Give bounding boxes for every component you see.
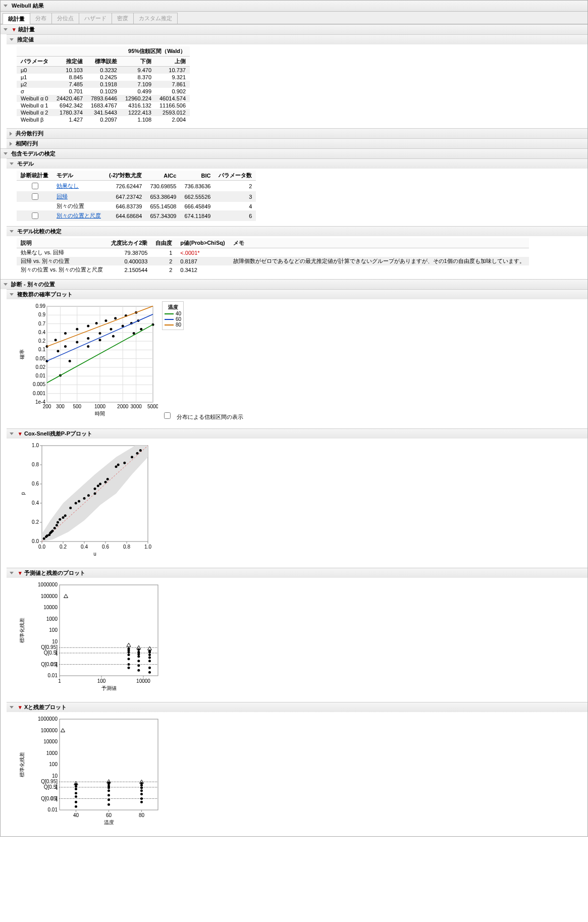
tab-density[interactable]: 密度 [112,13,134,24]
disclosure-icon[interactable] [10,142,12,146]
model-diag-checkbox[interactable] [32,183,38,189]
subsection-hdr-coxsnell[interactable]: ▾ Cox-Snell残差P-Pプロット [7,429,587,439]
disclosure-icon[interactable] [4,28,8,31]
probability-plot-chart[interactable]: 0.990.90.70.40.20.10.050.020.010.0050.00… [17,301,158,423]
subsection-hdr-xres[interactable]: ▾ Xと残差プロット [7,702,587,712]
subsection-hdr-models[interactable]: モデル [7,159,587,169]
section-hdr-statistics[interactable]: ▾ 統計量 [1,25,587,34]
disclosure-icon[interactable] [4,283,8,286]
svg-text:温度: 温度 [104,820,114,825]
svg-text:100000: 100000 [41,593,58,599]
table-row: 回帰647.23742653.38649662.555263 [17,191,256,202]
svg-text:100: 100 [49,762,58,767]
panel-header: Weibull 結果 [1,1,587,12]
svg-point-153 [127,663,130,666]
section-hdr-diagnostics[interactable]: 診断 - 別々の位置 [1,280,587,289]
svg-text:100000: 100000 [41,728,58,733]
legend-item[interactable]: 80 [165,322,181,328]
svg-text:0.4: 0.4 [81,544,88,550]
coxsnell-chart[interactable]: 0.00.00.20.20.40.40.60.60.80.81.01.0up [17,441,584,563]
col-pvalue: p値(Prob>ChiSq) [176,238,229,248]
model-diag-checkbox[interactable] [32,193,38,200]
legend-item[interactable]: 60 [165,316,181,322]
subsection-hdr-covariance[interactable]: 共分散行列 [7,129,587,138]
subsection-hdr-comparison[interactable]: モデル比較の検定 [7,227,587,236]
svg-point-54 [87,337,89,340]
table-row: 効果なし vs. 回帰79.387051<.0001* [17,248,529,257]
disclosure-icon[interactable] [10,38,14,41]
hotspot-icon[interactable]: ▾ [17,704,23,710]
model-diag-checkbox[interactable] [32,212,38,219]
model-link[interactable]: 別々の位置と尺度 [57,212,101,219]
legend-item[interactable]: 40 [165,311,181,316]
disclosure-icon[interactable] [10,706,14,709]
col-param: パラメータ [17,57,52,67]
svg-text:0.4: 0.4 [32,500,39,506]
predres-chart[interactable]: 10000001000001000010001001010.10.01Q[0.9… [17,580,584,697]
model-link[interactable]: 効果なし [57,183,79,189]
disclosure-icon[interactable] [10,572,14,574]
disclosure-icon[interactable] [10,132,12,136]
subsection-correlation: 相関行列 [7,138,587,148]
tab-distribution[interactable]: 分布 [30,13,52,24]
tab-hazard[interactable]: ハザード [79,13,112,24]
svg-text:p: p [20,492,26,495]
svg-text:10000: 10000 [43,739,58,744]
model-link[interactable]: 回帰 [57,193,68,199]
subsection-hdr-predres[interactable]: ▾ 予測値と残差のプロット [7,568,587,578]
svg-point-112 [75,502,77,505]
collapse-icon[interactable] [4,5,8,7]
disclosure-icon[interactable] [10,230,14,233]
tab-quantile[interactable]: 分位点 [51,13,79,24]
col-chisq: 尤度比カイ2乗 [107,238,151,248]
svg-point-159 [137,669,140,672]
svg-text:Q[0.05]: Q[0.05] [41,662,58,667]
section-title: 統計量 [18,26,35,33]
table-row: 回帰 vs. 別々の位置0.40003320.8187故障個数がゼロであるなどの… [17,257,529,265]
models-body: 診断統計量 モデル (-2)*対数尤度 AICc BIC パラメータ数 効果なし… [7,169,587,226]
subsection-title: モデル [17,160,34,168]
subsection-probability-plot: 複数群の確率プロット 0.990.90.70.40.20.10.050.020.… [7,289,587,428]
col-se: 標準誤差 [87,57,121,67]
svg-text:300: 300 [56,404,65,409]
svg-text:1000000: 1000000 [38,716,58,722]
ci-checkbox-row[interactable]: 分布による信頼区間の表示 [162,414,243,420]
disclosure-icon[interactable] [10,162,14,165]
svg-point-197 [75,805,77,808]
disclosure-icon[interactable] [4,152,8,155]
xres-chart[interactable]: 10000001000001000010001001010.10.01Q[0.9… [17,714,584,831]
table-row: μ27.4850.19187.1097.861 [17,81,190,88]
subsection-hdr-probplot[interactable]: 複数群の確率プロット [7,290,587,299]
svg-text:Q[0.5]: Q[0.5] [44,784,58,790]
svg-text:予測値: 予測値 [101,685,117,691]
svg-point-168 [148,660,151,662]
svg-text:10000: 10000 [43,605,58,610]
subsection-xres: ▾ Xと残差プロット 10000001000001000010001001010… [7,702,587,836]
table-row: Weibull α 16942.3421683.47674316.1321116… [17,102,190,109]
section-title: 包含モデルの検定 [11,150,56,157]
hotspot-icon[interactable]: ▾ [17,570,23,576]
svg-point-42 [69,360,71,362]
svg-point-158 [127,647,130,650]
svg-point-124 [123,462,126,464]
svg-point-115 [87,494,90,497]
svg-text:1.0: 1.0 [32,443,39,448]
ci-checkbox[interactable] [164,412,171,419]
svg-text:1000: 1000 [46,750,58,756]
hotspot-icon[interactable]: ▾ [11,27,17,32]
hotspot-icon[interactable]: ▾ [17,431,23,437]
subsection-hdr-correlation[interactable]: 相関行列 [7,139,587,148]
disclosure-icon[interactable] [10,432,14,435]
weibull-results-panel: Weibull 結果 統計量 分布 分位点 ハザード 密度 カスタム推定 ▾ 統… [0,0,588,837]
svg-point-44 [99,339,101,341]
tab-custom[interactable]: カスタム推定 [133,13,178,24]
svg-point-213 [140,797,143,800]
section-hdr-nested[interactable]: 包含モデルの検定 [1,149,587,158]
tab-statistics[interactable]: 統計量 [3,13,30,24]
section-nested-tests: 包含モデルの検定 モデル 診断統計量 モデル (-2)*対数尤度 AICc BI… [1,148,587,279]
svg-point-68 [114,317,117,319]
subsection-hdr-estimates[interactable]: 推定値 [7,35,587,44]
disclosure-icon[interactable] [10,293,14,296]
svg-point-107 [57,521,59,524]
subsection-title: 相関行列 [16,140,38,147]
